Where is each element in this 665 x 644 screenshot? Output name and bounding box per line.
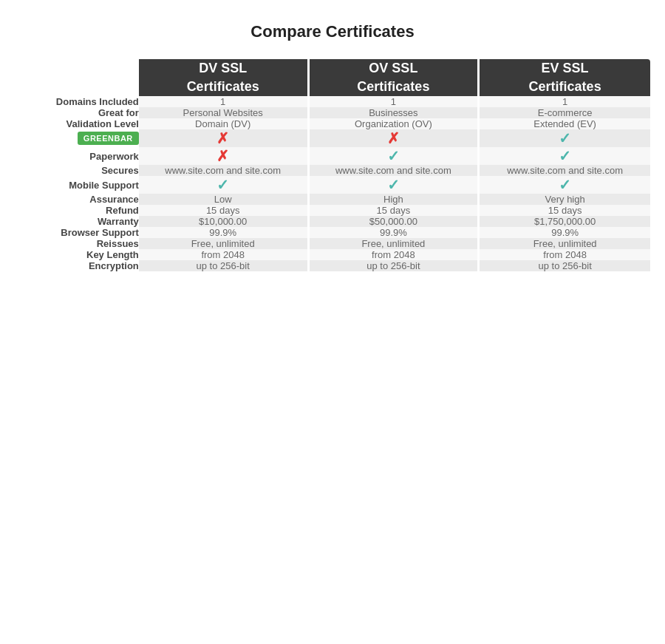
data-cell: $10,000.00 (139, 216, 310, 227)
row-label: Assurance (15, 194, 139, 205)
row-label: Refund (15, 205, 139, 216)
data-cell: E-commerce (480, 107, 650, 118)
data-cell: 1 (139, 96, 310, 107)
dv-header: DV SSLCertificates (139, 59, 310, 96)
data-cell: ✓ (480, 147, 650, 165)
data-cell: from 2048 (139, 249, 310, 260)
row-label: Key Length (15, 249, 139, 260)
data-cell: Low (139, 194, 310, 205)
check-icon: ✓ (559, 130, 571, 146)
data-cell: Free, unlimited (480, 238, 650, 249)
table-row: Secureswww.site.com and site.comwww.site… (15, 165, 650, 176)
data-cell: www.site.com and site.com (480, 165, 650, 176)
row-label: Browser Support (15, 227, 139, 238)
data-cell: High (310, 194, 480, 205)
data-cell: ✗ (139, 147, 310, 165)
data-cell: www.site.com and site.com (139, 165, 310, 176)
data-cell: $1,750,000.00 (480, 216, 650, 227)
cross-icon: ✗ (216, 148, 229, 164)
cross-icon: ✗ (216, 130, 229, 146)
header-row: DV SSLCertificates OV SSLCertificates EV… (15, 59, 650, 96)
table-row: Paperwork✗✓✓ (15, 147, 650, 165)
data-cell: 15 days (139, 205, 310, 216)
row-label: Paperwork (15, 147, 139, 165)
row-label: Validation Level (15, 118, 139, 129)
greenbar-badge: GREENBAR (78, 132, 139, 145)
data-cell: Personal Websites (139, 107, 310, 118)
row-label: Domains Included (15, 96, 139, 107)
ov-header: OV SSLCertificates (310, 59, 480, 96)
check-icon: ✓ (387, 177, 400, 193)
table-row: Warranty$10,000.00$50,000.00$1,750,000.0… (15, 216, 650, 227)
row-label: Mobile Support (15, 176, 139, 194)
page-title: Compare Certificates (15, 22, 650, 41)
check-icon: ✓ (559, 148, 571, 164)
table-row: Refund15 days15 days15 days (15, 205, 650, 216)
data-cell: 1 (310, 96, 480, 107)
check-icon: ✓ (387, 148, 400, 164)
data-cell: www.site.com and site.com (310, 165, 480, 176)
data-cell: $50,000.00 (310, 216, 480, 227)
data-cell: 15 days (310, 205, 480, 216)
table-row: Encryptionup to 256-bitup to 256-bitup t… (15, 260, 650, 271)
data-cell: from 2048 (310, 249, 480, 260)
table-row: Great forPersonal WebsitesBusinessesE-co… (15, 107, 650, 118)
label-header (15, 59, 139, 96)
data-cell: ✓ (480, 176, 650, 194)
data-cell: Organization (OV) (310, 118, 480, 129)
data-cell: Free, unlimited (139, 238, 310, 249)
data-cell: ✓ (480, 129, 650, 147)
table-row: ReissuesFree, unlimitedFree, unlimitedFr… (15, 238, 650, 249)
row-label: Reissues (15, 238, 139, 249)
data-cell: ✓ (310, 176, 480, 194)
table-row: Key Lengthfrom 2048from 2048from 2048 (15, 249, 650, 260)
data-cell: Free, unlimited (310, 238, 480, 249)
table-row: Validation LevelDomain (DV)Organization … (15, 118, 650, 129)
data-cell: 99.9% (139, 227, 310, 238)
compare-table: DV SSLCertificates OV SSLCertificates EV… (15, 59, 650, 271)
check-icon: ✓ (559, 177, 571, 193)
data-cell: ✓ (310, 147, 480, 165)
cross-icon: ✗ (387, 130, 400, 146)
data-cell: up to 256-bit (310, 260, 480, 271)
data-cell: ✗ (310, 129, 480, 147)
table-row: Mobile Support✓✓✓ (15, 176, 650, 194)
row-label: Great for (15, 107, 139, 118)
table-row: Domains Included111 (15, 96, 650, 107)
data-cell: Extended (EV) (480, 118, 650, 129)
data-cell: Businesses (310, 107, 480, 118)
data-cell: Domain (DV) (139, 118, 310, 129)
table-body: Domains Included111Great forPersonal Web… (15, 96, 650, 271)
data-cell: 99.9% (480, 227, 650, 238)
row-label: Secures (15, 165, 139, 176)
row-label: Encryption (15, 260, 139, 271)
ev-header: EV SSLCertificates (480, 59, 650, 96)
data-cell: Very high (480, 194, 650, 205)
data-cell: up to 256-bit (480, 260, 650, 271)
data-cell: ✓ (139, 176, 310, 194)
data-cell: 15 days (480, 205, 650, 216)
row-label: GREENBAR (15, 129, 139, 147)
data-cell: from 2048 (480, 249, 650, 260)
table-row: AssuranceLowHighVery high (15, 194, 650, 205)
data-cell: up to 256-bit (139, 260, 310, 271)
table-row: GREENBAR✗✗✓ (15, 129, 650, 147)
table-row: Browser Support99.9%99.9%99.9% (15, 227, 650, 238)
data-cell: ✗ (139, 129, 310, 147)
data-cell: 1 (480, 96, 650, 107)
check-icon: ✓ (216, 177, 229, 193)
row-label: Warranty (15, 216, 139, 227)
data-cell: 99.9% (310, 227, 480, 238)
